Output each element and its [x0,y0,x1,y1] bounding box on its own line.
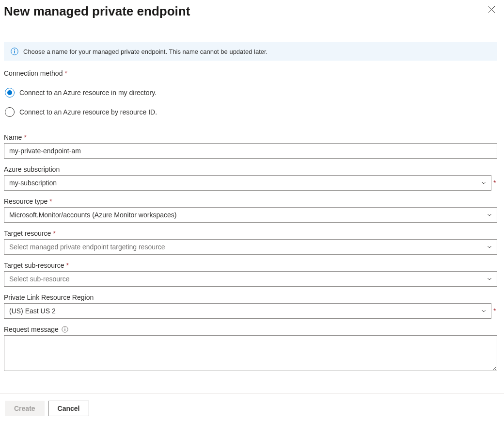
required-indicator: * [66,261,69,269]
form-section: Name * Azure subscription my-subscriptio… [4,133,497,373]
form-group-subscription: Azure subscription my-subscription * [4,165,497,191]
info-text: Choose a name for your managed private e… [23,48,268,55]
page-title: New managed private endpoint [4,4,190,19]
target-sub-resource-label: Target sub-resource * [4,261,497,269]
required-indicator: * [24,133,26,141]
panel-footer: Create Cancel [0,393,504,423]
subscription-label: Azure subscription [4,165,497,173]
svg-rect-2 [14,51,15,54]
region-label: Private Link Resource Region [4,293,497,301]
info-banner: Choose a name for your managed private e… [4,42,497,61]
target-resource-select[interactable]: Select managed private endpoint targetin… [4,239,497,255]
panel-header: New managed private endpoint [0,0,504,19]
svg-point-1 [14,49,15,50]
radio-option-directory[interactable]: Connect to an Azure resource in my direc… [4,83,497,102]
close-icon [488,6,495,13]
resource-type-select[interactable]: Microsoft.Monitor/accounts (Azure Monito… [4,207,497,223]
close-button[interactable] [486,4,497,16]
radio-icon [5,88,15,98]
form-group-resource-type: Resource type * Microsoft.Monitor/accoun… [4,197,497,223]
svg-point-4 [64,327,65,328]
cancel-button[interactable]: Cancel [48,401,89,416]
form-group-region: Private Link Resource Region (US) East U… [4,293,497,319]
form-group-request-message: Request message [4,325,497,373]
svg-rect-5 [64,329,65,331]
help-icon[interactable] [62,326,68,333]
connection-method-radio-group: Connect to an Azure resource in my direc… [4,83,497,122]
required-indicator-outer: * [493,179,497,187]
request-message-textarea[interactable] [4,335,497,371]
name-label: Name * [4,133,497,141]
subscription-select[interactable]: my-subscription [4,175,491,191]
panel-content: Choose a name for your managed private e… [0,19,504,373]
form-group-target-sub-resource: Target sub-resource * Select sub-resourc… [4,261,497,287]
radio-label: Connect to an Azure resource in my direc… [19,89,157,97]
radio-icon [5,107,15,117]
radio-option-resource-id[interactable]: Connect to an Azure resource by resource… [4,102,497,122]
name-input[interactable] [4,143,497,159]
required-indicator: * [53,229,55,237]
create-button[interactable]: Create [5,401,45,416]
required-indicator-outer: * [493,307,497,315]
required-indicator: * [49,197,52,205]
required-indicator: * [64,69,67,77]
resource-type-label: Resource type * [4,197,497,205]
region-select[interactable]: (US) East US 2 [4,303,491,319]
target-resource-label: Target resource * [4,229,497,237]
form-group-name: Name * [4,133,497,159]
info-icon [11,48,18,55]
form-group-target-resource: Target resource * Select managed private… [4,229,497,255]
connection-method-label: Connection method * [4,69,497,77]
target-sub-resource-select[interactable]: Select sub-resource [4,271,497,287]
request-message-label: Request message [4,325,497,333]
radio-label: Connect to an Azure resource by resource… [19,108,157,116]
